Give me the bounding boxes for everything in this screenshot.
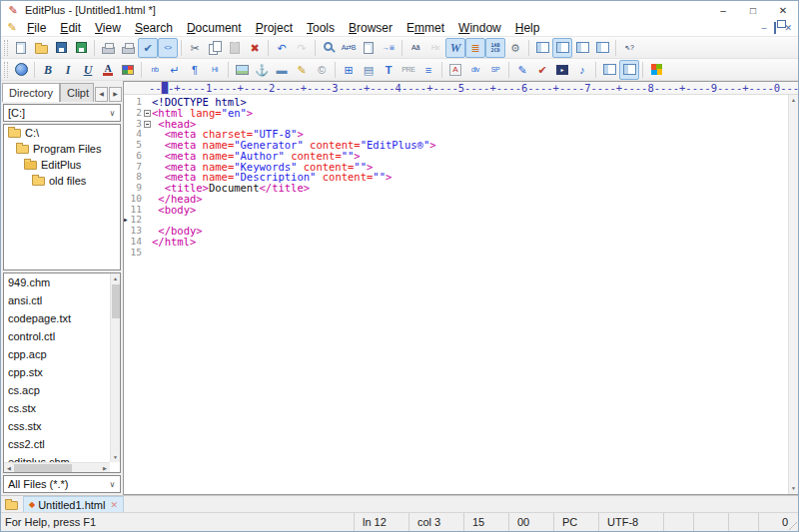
file-list-vscrollbar[interactable]: ▲ ▼ bbox=[110, 273, 120, 462]
scroll-down-icon[interactable]: ▼ bbox=[789, 483, 798, 494]
insert-form-button[interactable]: ▤ bbox=[359, 60, 379, 80]
code-line-9[interactable]: 9 <title>Document</title> bbox=[124, 183, 798, 194]
file-item-codepage-txt[interactable]: codepage.txt bbox=[4, 309, 120, 327]
new-file-button[interactable] bbox=[11, 38, 31, 58]
scroll-down-icon[interactable]: ▼ bbox=[111, 452, 120, 462]
minimize-button[interactable]: – bbox=[708, 1, 738, 19]
drive-select[interactable]: [C:] ∨ bbox=[3, 104, 121, 122]
menu-emmet[interactable]: Emmet bbox=[400, 19, 451, 37]
code-area[interactable]: 1<!DOCTYPE html>2<html lang="en">3 <head… bbox=[124, 95, 798, 494]
line-numbers-button[interactable]: 1AB 2CD bbox=[485, 38, 505, 58]
line-break-button[interactable]: ↵ bbox=[165, 60, 185, 80]
redo-button[interactable]: ↷ bbox=[292, 38, 312, 58]
scroll-up-icon[interactable]: ▲ bbox=[789, 95, 798, 106]
toolbar-grip[interactable] bbox=[4, 62, 8, 78]
maximize-button[interactable]: □ bbox=[738, 1, 768, 19]
mdi-restore-button[interactable] bbox=[774, 23, 776, 33]
scroll-right-icon[interactable]: ▶ bbox=[100, 463, 110, 472]
color-palette-button[interactable] bbox=[118, 60, 138, 80]
fold-column[interactable] bbox=[143, 119, 152, 130]
close-button[interactable]: ✕ bbox=[768, 1, 798, 19]
italic-button[interactable]: I bbox=[58, 60, 78, 80]
insert-list-button[interactable]: ≡ bbox=[418, 60, 438, 80]
tree-item-old-files[interactable]: old files bbox=[4, 173, 120, 189]
copy-button[interactable] bbox=[205, 38, 225, 58]
heading-button[interactable]: Hi bbox=[205, 60, 225, 80]
fold-collapse-icon[interactable] bbox=[144, 121, 151, 128]
span-tag-button[interactable]: A bbox=[445, 60, 465, 80]
insert-image-button[interactable] bbox=[232, 60, 252, 80]
tab-scroll-left-icon[interactable]: ◀ bbox=[95, 87, 108, 102]
file-item-cs-stx[interactable]: cs.stx bbox=[4, 399, 120, 417]
preformatted-button[interactable]: PRE bbox=[399, 60, 418, 80]
cut-button[interactable]: ✂ bbox=[185, 38, 205, 58]
resize-grip[interactable] bbox=[789, 522, 797, 530]
file-item-control-ctl[interactable]: control.ctl bbox=[4, 327, 120, 345]
menu-view[interactable]: View bbox=[88, 19, 128, 37]
print-preview-button[interactable] bbox=[98, 38, 118, 58]
auto-indent-button[interactable]: ≣ bbox=[465, 38, 485, 58]
anchor-button[interactable]: ⚓ bbox=[252, 60, 272, 80]
sp-tag-button[interactable]: SP bbox=[485, 60, 505, 80]
scroll-thumb[interactable] bbox=[112, 284, 120, 318]
validate-button[interactable]: ✔ bbox=[532, 60, 552, 80]
menu-help[interactable]: Help bbox=[508, 19, 547, 37]
tree-item-c-[interactable]: C:\ bbox=[4, 125, 120, 141]
div-tag-button[interactable]: div bbox=[465, 60, 485, 80]
code-line-13[interactable]: 13 </body> bbox=[124, 226, 798, 237]
code-line-11[interactable]: 11 <body> bbox=[124, 205, 798, 216]
undo-button[interactable]: ↶ bbox=[272, 38, 292, 58]
font-color-button[interactable]: A bbox=[98, 60, 118, 80]
html-tags-button[interactable]: <> bbox=[158, 38, 178, 58]
open-file-button[interactable] bbox=[31, 38, 51, 58]
menu-search[interactable]: Search bbox=[128, 19, 180, 37]
menu-edit[interactable]: Edit bbox=[53, 19, 88, 37]
scroll-left-icon[interactable]: ◀ bbox=[4, 463, 14, 472]
file-item-949-chm[interactable]: 949.chm bbox=[4, 273, 120, 291]
file-filter-select[interactable]: All Files (*.*) ∨ bbox=[3, 475, 121, 493]
toggle-directory-window-button[interactable] bbox=[532, 38, 552, 58]
goto-line-button[interactable]: →≣ bbox=[379, 38, 399, 58]
file-item-ansi-ctl[interactable]: ansi.ctl bbox=[4, 291, 120, 309]
editor-vscrollbar[interactable]: ▲ ▼ bbox=[788, 95, 798, 494]
replace-button[interactable]: A⇄B bbox=[339, 38, 359, 58]
code-line-2[interactable]: 2<html lang="en"> bbox=[124, 108, 798, 119]
toggle-panel-b-button[interactable] bbox=[619, 60, 639, 80]
windows-colors-button[interactable] bbox=[646, 60, 666, 80]
tree-item-editplus[interactable]: EditPlus bbox=[4, 157, 120, 173]
edit-template-button[interactable]: ✎ bbox=[292, 60, 312, 80]
hex-view-button[interactable]: Hx bbox=[425, 38, 445, 58]
menu-window[interactable]: Window bbox=[451, 19, 508, 37]
fold-column[interactable] bbox=[143, 108, 152, 119]
tab-directory[interactable]: Directory bbox=[2, 83, 60, 102]
toggle-browser-window-button[interactable] bbox=[592, 38, 612, 58]
find-in-files-button[interactable] bbox=[359, 38, 379, 58]
menu-tools[interactable]: Tools bbox=[300, 19, 342, 37]
file-manager-button[interactable] bbox=[3, 496, 19, 512]
print-button[interactable] bbox=[118, 38, 138, 58]
delete-button[interactable]: ✖ bbox=[245, 38, 265, 58]
fold-collapse-icon[interactable] bbox=[144, 110, 151, 117]
file-item-css-stx[interactable]: css.stx bbox=[4, 417, 120, 435]
tab-scroll-right-icon[interactable]: ▶ bbox=[109, 87, 122, 102]
toggle-cliptext-window-button[interactable] bbox=[552, 38, 572, 58]
view-in-browser-button[interactable] bbox=[11, 60, 31, 80]
scroll-up-icon[interactable]: ▲ bbox=[111, 273, 120, 283]
font-button[interactable]: Aã bbox=[405, 38, 425, 58]
doc-tab-untitled1[interactable]: ◆ Untitled1.html ✕ bbox=[23, 496, 124, 512]
menu-file[interactable]: File bbox=[20, 19, 53, 37]
editor-pane[interactable]: --█-+----1----+----2----+----3----+----4… bbox=[123, 81, 798, 495]
spell-check-button[interactable]: ✔ bbox=[138, 38, 158, 58]
toolbar-grip[interactable] bbox=[4, 40, 8, 56]
paragraph-button[interactable]: ¶ bbox=[185, 60, 205, 80]
nbsp-button[interactable]: nb bbox=[145, 60, 165, 80]
menu-browser[interactable]: Browser bbox=[342, 19, 400, 37]
code-line-15[interactable]: 15 bbox=[124, 248, 798, 259]
code-line-10[interactable]: 10 </head> bbox=[124, 194, 798, 205]
insert-audio-button[interactable]: ♪ bbox=[572, 60, 592, 80]
bold-button[interactable]: B bbox=[38, 60, 58, 80]
tab-cliptext[interactable]: Clipt bbox=[60, 83, 94, 102]
center-text-button[interactable]: T bbox=[379, 60, 399, 80]
file-item-cpp-stx[interactable]: cpp.stx bbox=[4, 363, 120, 381]
insert-table-button[interactable]: ⊞ bbox=[339, 60, 359, 80]
